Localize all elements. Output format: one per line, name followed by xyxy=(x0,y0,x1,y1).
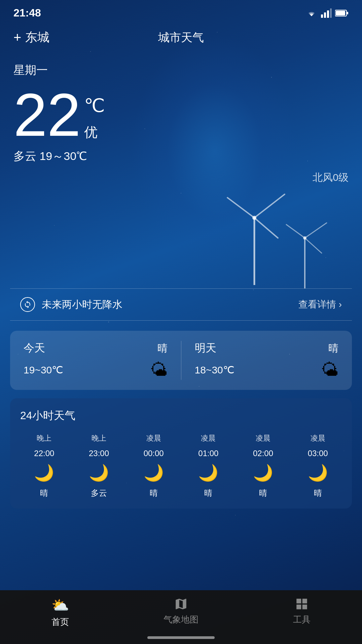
svg-rect-0 xyxy=(321,14,323,18)
day-forecast-card: 今天 晴 19~30℃ 🌤 明天 晴 18~30℃ 🌤 xyxy=(10,331,352,390)
hour-period-3: 凌晨 xyxy=(201,433,216,443)
svg-line-10 xyxy=(254,218,278,238)
view-detail-button[interactable]: 查看详情 › xyxy=(298,298,342,311)
wifi-icon xyxy=(305,9,318,17)
wind-turbines-svg xyxy=(194,184,335,292)
hour-item-5: 凌晨 03:00 🌙 晴 xyxy=(290,433,345,498)
hour-condition-2: 晴 xyxy=(150,488,158,498)
precip-text: 未来两小时无降水 xyxy=(42,298,122,312)
nav-tools-label: 工具 xyxy=(293,614,311,626)
day-of-week: 星期一 xyxy=(13,63,349,78)
hour-icon-4: 🌙 xyxy=(253,464,273,482)
nav-home-label: 首页 xyxy=(51,616,69,628)
hour-item-3: 凌晨 01:00 🌙 晴 xyxy=(181,433,236,498)
tomorrow-forecast: 明天 晴 18~30℃ 🌤 xyxy=(181,341,339,380)
svg-rect-6 xyxy=(347,12,348,14)
signal-icon xyxy=(321,8,332,18)
svg-point-11 xyxy=(252,216,256,220)
main-weather-section: 星期一 22 ℃ 优 多云 19～30℃ xyxy=(0,52,362,164)
nav-map-label: 气象地图 xyxy=(164,614,198,626)
tomorrow-bottom-row: 18~30℃ 🌤 xyxy=(195,360,339,380)
status-bar: 21:48 xyxy=(0,0,362,23)
hour-period-5: 凌晨 xyxy=(311,433,325,443)
wind-area: 北风0级 xyxy=(0,171,362,288)
tools-icon xyxy=(295,597,309,611)
nav-map[interactable]: 气象地图 xyxy=(121,597,242,626)
add-city-button[interactable]: + 东城 xyxy=(13,29,49,46)
hour-condition-4: 晴 xyxy=(259,488,267,498)
svg-line-14 xyxy=(305,223,327,238)
today-icon: 🌤 xyxy=(150,360,168,380)
hour-condition-0: 晴 xyxy=(40,488,48,498)
svg-rect-2 xyxy=(327,10,329,18)
today-top-row: 今天 晴 xyxy=(24,341,168,356)
page-title: 城市天气 xyxy=(158,30,204,45)
hour-icon-5: 🌙 xyxy=(308,464,328,482)
hour-period-4: 凌晨 xyxy=(256,433,270,443)
city-name-label: 东城 xyxy=(25,29,49,46)
temperature-value: 22 xyxy=(13,85,81,145)
hour-condition-3: 晴 xyxy=(204,488,212,498)
precipitation-bar[interactable]: 未来两小时无降水 查看详情 › xyxy=(10,288,352,321)
today-temp: 19~30℃ xyxy=(24,364,63,376)
air-quality: 优 xyxy=(84,123,105,142)
hourly-grid: 晚上 22:00 🌙 晴 晚上 23:00 🌙 多云 凌晨 00:00 🌙 晴 … xyxy=(17,433,345,498)
hour-item-0: 晚上 22:00 🌙 晴 xyxy=(17,433,72,498)
app-container: 21:48 + 东城 xyxy=(0,0,362,644)
precip-info: 未来两小时无降水 xyxy=(20,297,122,312)
hour-time-2: 00:00 xyxy=(144,449,164,458)
hour-condition-1: 多云 xyxy=(91,488,107,498)
status-icons xyxy=(305,8,349,18)
today-label: 今天 xyxy=(24,341,45,356)
view-detail-label: 查看详情 xyxy=(298,298,336,311)
hour-icon-1: 🌙 xyxy=(89,464,109,482)
svg-rect-5 xyxy=(336,11,345,15)
hour-time-1: 23:00 xyxy=(89,449,109,458)
app-header: + 东城 城市天气 xyxy=(0,23,362,52)
hour-icon-2: 🌙 xyxy=(144,464,164,482)
hour-item-2: 凌晨 00:00 🌙 晴 xyxy=(126,433,181,498)
svg-line-9 xyxy=(254,194,285,218)
tomorrow-icon: 🌤 xyxy=(321,360,338,380)
home-indicator xyxy=(147,636,215,639)
today-forecast: 今天 晴 19~30℃ 🌤 xyxy=(24,341,181,380)
temp-unit: ℃ xyxy=(84,95,105,116)
arrow-icon: › xyxy=(339,299,342,310)
status-time: 21:48 xyxy=(13,7,41,19)
tomorrow-label: 明天 xyxy=(195,341,216,356)
nav-home[interactable]: ⛅ 首页 xyxy=(0,597,121,628)
hour-time-4: 02:00 xyxy=(253,449,273,458)
tomorrow-top-row: 明天 晴 xyxy=(195,341,339,356)
svg-point-16 xyxy=(303,236,306,240)
temperature-row: 22 ℃ 优 xyxy=(13,85,349,145)
svg-line-15 xyxy=(305,238,322,253)
today-condition: 晴 xyxy=(157,341,168,355)
hour-condition-5: 晴 xyxy=(314,488,322,498)
temp-unit-quality: ℃ 优 xyxy=(84,85,105,142)
precip-icon xyxy=(20,297,35,312)
nav-tools[interactable]: 工具 xyxy=(241,597,362,626)
hour-period-0: 晚上 xyxy=(37,433,51,443)
svg-rect-1 xyxy=(324,12,326,18)
refresh-icon xyxy=(24,300,32,309)
hour-item-4: 凌晨 02:00 🌙 晴 xyxy=(236,433,291,498)
battery-icon xyxy=(335,9,349,17)
hour-time-3: 01:00 xyxy=(198,449,218,458)
hourly-title: 24小时天气 xyxy=(17,408,345,423)
wind-level: 北风0级 xyxy=(313,171,349,185)
svg-line-13 xyxy=(286,225,305,238)
weather-description: 多云 19～30℃ xyxy=(13,149,349,164)
tomorrow-condition: 晴 xyxy=(328,341,338,355)
today-bottom-row: 19~30℃ 🌤 xyxy=(24,360,168,380)
hour-period-2: 凌晨 xyxy=(146,433,161,443)
hourly-section: 24小时天气 晚上 22:00 🌙 晴 晚上 23:00 🌙 多云 凌晨 00:… xyxy=(10,398,352,509)
hour-icon-0: 🌙 xyxy=(34,464,54,482)
hour-icon-3: 🌙 xyxy=(198,464,218,482)
map-icon xyxy=(174,597,188,611)
svg-line-8 xyxy=(227,198,254,218)
bottom-navigation: ⛅ 首页 气象地图 工具 xyxy=(0,590,362,644)
hour-time-0: 22:00 xyxy=(34,449,54,458)
home-weather-icon: ⛅ xyxy=(51,597,69,613)
plus-icon: + xyxy=(13,30,21,45)
tomorrow-temp: 18~30℃ xyxy=(195,364,234,376)
